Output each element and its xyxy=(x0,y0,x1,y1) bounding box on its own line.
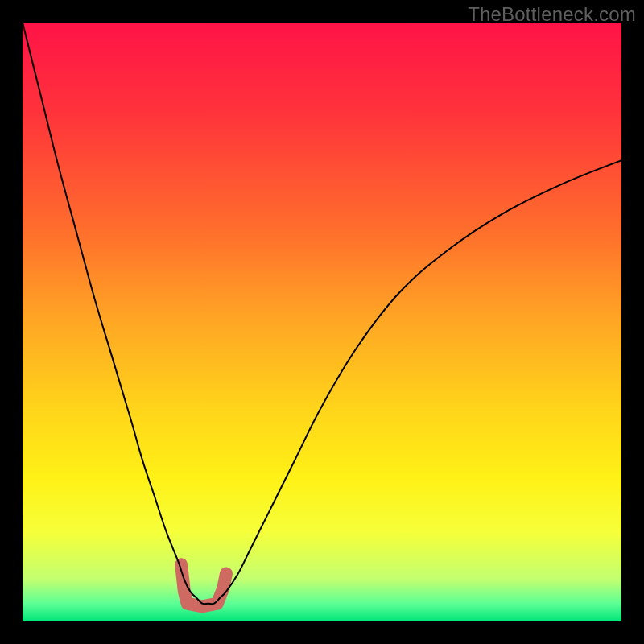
marker-blob xyxy=(181,564,226,606)
chart-curve xyxy=(23,23,621,604)
chart-frame: TheBottleneck.com xyxy=(0,0,644,644)
curve-layer xyxy=(23,23,621,621)
plot-area xyxy=(23,23,621,621)
